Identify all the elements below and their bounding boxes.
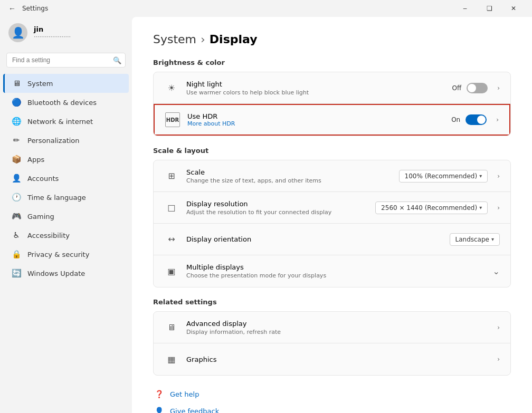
graphics-row[interactable]: ▦ Graphics › (154, 343, 510, 375)
window-title: Settings (22, 5, 453, 12)
scale-control: 100% (Recommended) ▾ › (399, 170, 500, 183)
scale-icon: ⊞ (164, 169, 179, 184)
sidebar-label-windows-update: Windows Update (27, 270, 120, 277)
night-light-control: Off › (452, 83, 500, 93)
close-button[interactable]: ✕ (501, 0, 526, 17)
app-body: 👤 jin ···················· 🔍 🖥 System 🔵 … (0, 17, 532, 413)
hdr-title: Use HDR (187, 112, 446, 120)
search-box[interactable]: 🔍 (6, 53, 126, 68)
hdr-row[interactable]: HDR Use HDR More about HDR On › (154, 104, 510, 136)
scale-row[interactable]: ⊞ Scale Change the size of text, apps, a… (154, 160, 510, 192)
hdr-icon: HDR (165, 112, 180, 127)
give-feedback-label: Give feedback (170, 407, 219, 414)
night-light-row[interactable]: ☀ Night light Use warmer colors to help … (154, 72, 510, 104)
sidebar-label-apps: Apps (27, 156, 120, 164)
orientation-icon: ↔ (164, 232, 179, 247)
resolution-chevron: › (497, 204, 500, 212)
search-icon: 🔍 (113, 56, 121, 64)
multiple-displays-title: Multiple displays (186, 263, 483, 271)
accounts-icon: 👤 (12, 174, 21, 183)
advanced-display-desc: Display information, refresh rate (186, 329, 488, 335)
network-icon: 🌐 (12, 117, 21, 126)
search-input[interactable] (6, 53, 126, 68)
hdr-toggle-knob (477, 116, 486, 124)
personalization-icon: ✏️ (12, 136, 21, 145)
scale-caret: ▾ (479, 173, 482, 179)
give-feedback-link[interactable]: 👤 Give feedback (153, 405, 511, 413)
back-button[interactable]: ← (6, 3, 18, 14)
orientation-title: Display orientation (186, 235, 444, 243)
sidebar-item-system[interactable]: 🖥 System (3, 74, 129, 93)
resolution-dropdown[interactable]: 2560 × 1440 (Recommended) ▾ (375, 201, 488, 214)
sidebar-item-apps[interactable]: 📦 Apps (3, 150, 129, 169)
hdr-link[interactable]: More about HDR (187, 120, 446, 127)
privacy-icon: 🔒 (12, 249, 21, 259)
graphics-title: Graphics (186, 356, 488, 363)
sidebar-item-personalization[interactable]: ✏️ Personalization (3, 131, 129, 150)
hdr-control: On › (451, 114, 499, 125)
advanced-display-row[interactable]: 🖥 Advanced display Display information, … (154, 312, 510, 343)
advanced-display-control: › (493, 324, 500, 331)
hdr-toggle-label: On (451, 116, 460, 123)
graphics-icon: ▦ (164, 352, 179, 367)
orientation-value: Landscape (455, 236, 489, 243)
related-title: Related settings (153, 298, 511, 306)
sidebar-item-windows-update[interactable]: 🔄 Windows Update (3, 264, 129, 283)
bluetooth-icon: 🔵 (12, 98, 21, 107)
user-subtitle: ···················· (34, 33, 71, 40)
sidebar-item-accounts[interactable]: 👤 Accounts (3, 169, 129, 188)
get-help-link[interactable]: ❓ Get help (153, 388, 511, 400)
sidebar-label-time: Time & language (27, 194, 120, 201)
section2-title: Scale & layout (153, 147, 511, 155)
sidebar-label-bluetooth: Bluetooth & devices (27, 99, 120, 107)
sidebar-label-accounts: Accounts (27, 175, 120, 183)
sidebar-item-gaming[interactable]: 🎮 Gaming (3, 207, 129, 226)
sidebar-label-system: System (27, 80, 120, 88)
scale-dropdown[interactable]: 100% (Recommended) ▾ (399, 170, 488, 183)
related-settings-card: 🖥 Advanced display Display information, … (153, 311, 511, 376)
sidebar: 👤 jin ···················· 🔍 🖥 System 🔵 … (0, 17, 132, 413)
time-icon: 🕐 (12, 193, 21, 202)
sidebar-label-gaming: Gaming (27, 213, 120, 220)
resolution-title: Display resolution (186, 200, 370, 208)
resolution-row[interactable]: □ Display resolution Adjust the resoluti… (154, 192, 510, 224)
resolution-caret: ▾ (479, 205, 482, 210)
sidebar-item-accessibility[interactable]: ♿ Accessibility (3, 226, 129, 245)
orientation-dropdown[interactable]: Landscape ▾ (450, 233, 500, 246)
breadcrumb-current: Display (210, 33, 258, 46)
sidebar-label-accessibility: Accessibility (27, 232, 120, 239)
gaming-icon: 🎮 (12, 212, 21, 221)
section1-title: Brightness & color (153, 59, 511, 66)
sidebar-label-network: Network & internet (27, 118, 120, 126)
resolution-value: 2560 × 1440 (Recommended) (381, 204, 477, 212)
orientation-row[interactable]: ↔ Display orientation Landscape ▾ (154, 224, 510, 255)
multiple-displays-chevron: ⌄ (493, 266, 500, 276)
multiple-displays-row[interactable]: ▣ Multiple displays Choose the presentat… (154, 255, 510, 287)
apps-icon: 📦 (12, 155, 21, 164)
user-profile: 👤 jin ···················· (0, 17, 132, 49)
scale-title: Scale (186, 168, 394, 176)
graphics-chevron: › (497, 356, 500, 363)
brightness-color-card: ☀ Night light Use warmer colors to help … (153, 72, 511, 136)
sidebar-item-network[interactable]: 🌐 Network & internet (3, 112, 129, 131)
night-light-chevron: › (497, 84, 500, 92)
night-light-title: Night light (186, 80, 446, 88)
resolution-icon: □ (164, 200, 179, 215)
resolution-desc: Adjust the resolution to fit your connec… (186, 209, 370, 216)
night-light-desc: Use warmer colors to help block blue lig… (186, 89, 446, 96)
sidebar-item-privacy[interactable]: 🔒 Privacy & security (3, 245, 129, 264)
orientation-caret: ▾ (491, 236, 494, 242)
window-controls: – ❑ ✕ (453, 0, 526, 17)
system-icon: 🖥 (12, 79, 21, 88)
night-light-toggle-label: Off (452, 84, 461, 92)
resolution-control: 2560 × 1440 (Recommended) ▾ › (375, 201, 500, 214)
get-help-icon: ❓ (153, 388, 165, 400)
sidebar-item-bluetooth[interactable]: 🔵 Bluetooth & devices (3, 93, 129, 112)
sidebar-item-time[interactable]: 🕐 Time & language (3, 188, 129, 207)
maximize-button[interactable]: ❑ (477, 0, 501, 17)
night-light-icon: ☀ (164, 81, 179, 95)
get-help-label: Get help (170, 390, 199, 398)
minimize-button[interactable]: – (453, 0, 477, 17)
night-light-toggle[interactable] (467, 83, 488, 93)
hdr-toggle[interactable] (466, 114, 487, 125)
